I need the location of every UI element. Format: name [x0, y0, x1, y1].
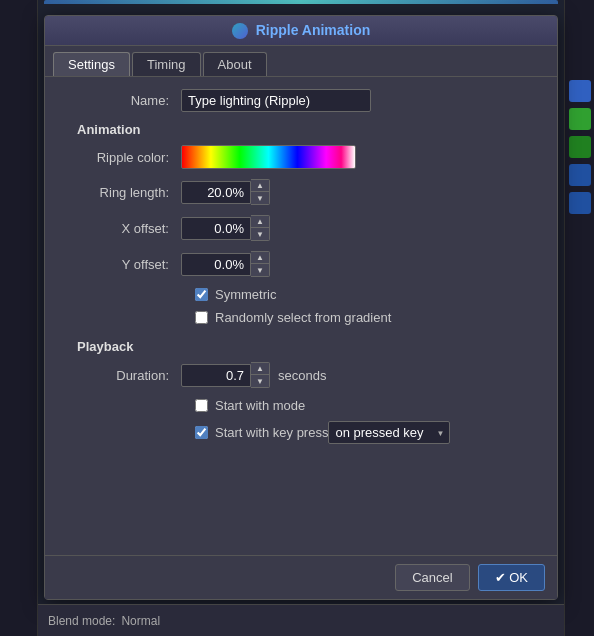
dialog-buttons: Cancel ✔ OK: [45, 555, 557, 599]
y-offset-down[interactable]: ▼: [251, 264, 269, 276]
randomly-select-checkbox[interactable]: [195, 311, 208, 324]
y-offset-control: ▲ ▼: [181, 251, 541, 277]
seconds-label: seconds: [278, 368, 326, 383]
ring-length-input[interactable]: [181, 181, 251, 204]
dialog-title: Ripple Animation: [256, 22, 371, 38]
duration-input[interactable]: [181, 364, 251, 387]
duration-control: ▲ ▼ seconds: [181, 362, 541, 388]
ripple-color-control: [181, 145, 541, 169]
x-offset-down[interactable]: ▼: [251, 228, 269, 240]
dialog-content: Name: Animation Ripple color: Ring lengt…: [45, 77, 557, 555]
right-icon-5: [569, 192, 591, 214]
dialog-titlebar: Ripple Animation: [45, 16, 557, 46]
left-panel: [0, 0, 38, 636]
x-offset-input[interactable]: [181, 217, 251, 240]
blend-mode-value: Normal: [121, 614, 160, 628]
duration-spinbox: ▲ ▼ seconds: [181, 362, 541, 388]
top-accent: [44, 0, 558, 4]
y-offset-up[interactable]: ▲: [251, 252, 269, 264]
playback-section-title: Playback: [61, 339, 541, 354]
duration-up[interactable]: ▲: [251, 363, 269, 375]
x-offset-arrows: ▲ ▼: [251, 215, 270, 241]
ring-length-control: ▲ ▼: [181, 179, 541, 205]
x-offset-control: ▲ ▼: [181, 215, 541, 241]
tab-settings[interactable]: Settings: [53, 52, 130, 76]
name-row: Name:: [61, 89, 541, 112]
right-icon-2: [569, 108, 591, 130]
tab-about[interactable]: About: [203, 52, 267, 76]
right-panel: [564, 0, 594, 636]
x-offset-spinbox: ▲ ▼: [181, 215, 541, 241]
y-offset-spinbox: ▲ ▼: [181, 251, 541, 277]
duration-row: Duration: ▲ ▼ seconds: [61, 362, 541, 388]
tabs-bar: Settings Timing About: [45, 46, 557, 77]
name-input[interactable]: [181, 89, 371, 112]
duration-arrows: ▲ ▼: [251, 362, 270, 388]
color-bar[interactable]: [181, 145, 356, 169]
animation-section-title: Animation: [61, 122, 541, 137]
x-offset-label: X offset:: [61, 221, 181, 236]
randomly-select-label: Randomly select from gradient: [215, 310, 391, 325]
y-offset-row: Y offset: ▲ ▼: [61, 251, 541, 277]
bottom-bar: Blend mode: Normal: [38, 604, 564, 636]
ripple-animation-dialog: Ripple Animation Settings Timing About N…: [44, 15, 558, 600]
y-offset-arrows: ▲ ▼: [251, 251, 270, 277]
x-offset-up[interactable]: ▲: [251, 216, 269, 228]
name-label: Name:: [61, 93, 181, 108]
start-with-mode-row: Start with mode: [61, 398, 541, 413]
name-control: [181, 89, 541, 112]
tab-timing[interactable]: Timing: [132, 52, 201, 76]
title-icon: [232, 23, 248, 39]
duration-label: Duration:: [61, 368, 181, 383]
cancel-button[interactable]: Cancel: [395, 564, 469, 591]
ring-length-down[interactable]: ▼: [251, 192, 269, 204]
start-with-key-label: Start with key press: [215, 425, 328, 440]
y-offset-label: Y offset:: [61, 257, 181, 272]
right-icon-1: [569, 80, 591, 102]
blend-mode-label: Blend mode:: [48, 614, 115, 628]
ok-button[interactable]: ✔ OK: [478, 564, 545, 591]
symmetric-checkbox[interactable]: [195, 288, 208, 301]
x-offset-row: X offset: ▲ ▼: [61, 215, 541, 241]
duration-down[interactable]: ▼: [251, 375, 269, 387]
ring-length-spinbox: ▲ ▼: [181, 179, 541, 205]
symmetric-label: Symmetric: [215, 287, 276, 302]
right-icon-4: [569, 164, 591, 186]
start-with-mode-label: Start with mode: [215, 398, 305, 413]
ripple-color-label: Ripple color:: [61, 150, 181, 165]
start-with-key-checkbox[interactable]: [195, 426, 208, 439]
ring-length-up[interactable]: ▲: [251, 180, 269, 192]
symmetric-row: Symmetric: [61, 287, 541, 302]
ring-length-row: Ring length: ▲ ▼: [61, 179, 541, 205]
randomly-select-row: Randomly select from gradient: [61, 310, 541, 325]
y-offset-input[interactable]: [181, 253, 251, 276]
key-press-dropdown[interactable]: on pressed key on released key: [328, 421, 450, 444]
ripple-color-row: Ripple color:: [61, 145, 541, 169]
key-press-dropdown-wrapper: on pressed key on released key: [328, 421, 450, 444]
ring-length-arrows: ▲ ▼: [251, 179, 270, 205]
start-with-key-press-row: Start with key press on pressed key on r…: [61, 421, 541, 444]
ring-length-label: Ring length:: [61, 185, 181, 200]
settings-tab-body: Name: Animation Ripple color: Ring lengt…: [45, 77, 557, 464]
right-icon-3: [569, 136, 591, 158]
start-with-mode-checkbox[interactable]: [195, 399, 208, 412]
